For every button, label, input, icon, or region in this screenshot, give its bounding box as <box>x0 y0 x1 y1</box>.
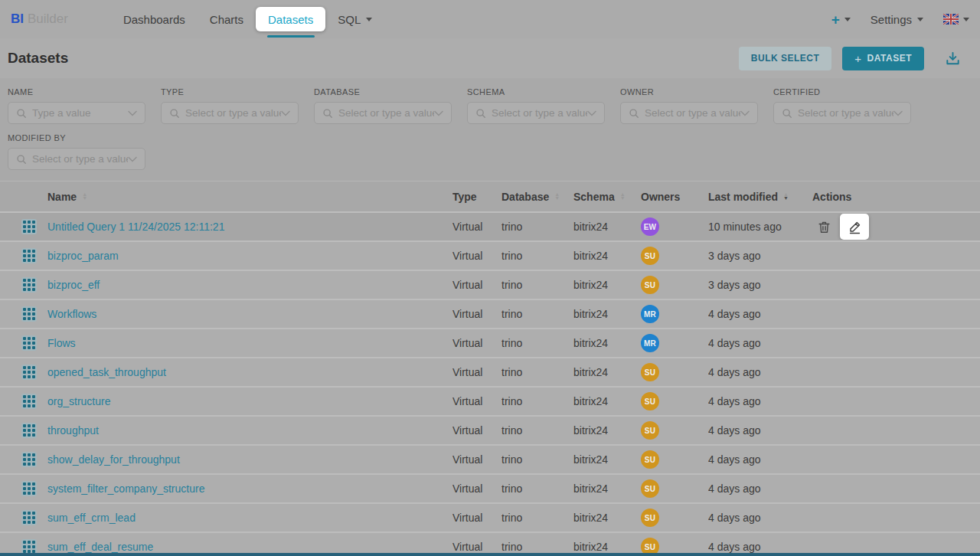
filter-control[interactable]: Select or type a value <box>314 102 452 124</box>
table-row[interactable]: throughput Virtual trino bitrix24 SU 4 d… <box>0 417 980 446</box>
table-row[interactable]: show_delay_for_throughput Virtual trino … <box>0 446 980 475</box>
table-body: Untitled Query 1 11/24/2025 12:11:21 Vir… <box>0 213 980 556</box>
filter-control[interactable]: Select or type a value <box>467 102 605 124</box>
dataset-name-link[interactable]: Untitled Query 1 11/24/2025 12:11:21 <box>47 221 224 233</box>
dataset-name-link[interactable]: sum_eff_deal_resume <box>47 541 153 553</box>
column-header-name[interactable]: Name▲▼ <box>47 191 452 203</box>
dataset-name-link[interactable]: bizproc_eff <box>47 279 100 291</box>
filter-control[interactable]: Type a value <box>8 102 145 124</box>
table-row[interactable]: Workflows Virtual trino bitrix24 MR 4 da… <box>0 300 980 329</box>
owner-avatar[interactable]: SU <box>641 421 659 440</box>
owner-avatar[interactable]: MR <box>641 305 659 323</box>
dataset-name-link[interactable]: Workflows <box>47 308 96 320</box>
import-datasets-button[interactable] <box>944 50 962 67</box>
owner-avatar[interactable]: EW <box>641 217 659 236</box>
table-row[interactable]: sum_eff_crm_lead Virtual trino bitrix24 … <box>0 504 980 533</box>
dataset-grid-icon[interactable] <box>21 394 37 409</box>
database-cell: trino <box>501 541 573 553</box>
owner-avatar[interactable]: SU <box>641 392 659 410</box>
app-logo[interactable]: BI Builder <box>11 11 68 27</box>
column-label: Actions <box>812 191 851 203</box>
table-row[interactable]: system_filter_company_structure Virtual … <box>0 475 980 504</box>
owner-avatar[interactable]: SU <box>641 509 659 527</box>
nav-tab-dashboards[interactable]: Dashboards <box>111 0 198 38</box>
trash-icon <box>817 220 831 234</box>
column-header-actions: Actions <box>812 191 980 203</box>
owner-avatar[interactable]: SU <box>641 450 659 469</box>
nav-tab-label: Datasets <box>268 13 313 26</box>
schema-cell: bitrix24 <box>573 453 641 466</box>
filter-certified: CERTIFIED Select or type a value <box>773 87 911 124</box>
owners-cell: SU <box>641 509 708 527</box>
table-row[interactable]: bizproc_param Virtual trino bitrix24 SU … <box>0 242 980 271</box>
owners-cell: EW <box>641 217 708 236</box>
column-header-modified[interactable]: Last modified▲▼ <box>708 191 812 203</box>
column-header-schema[interactable]: Schema▲▼ <box>573 191 641 203</box>
language-dropdown[interactable] <box>943 14 969 25</box>
table-row[interactable]: Untitled Query 1 11/24/2025 12:11:21 Vir… <box>0 213 980 242</box>
dataset-grid-icon[interactable] <box>21 510 37 525</box>
settings-dropdown[interactable]: Settings <box>871 13 923 26</box>
dataset-grid-icon[interactable] <box>21 277 37 293</box>
dataset-name-link[interactable]: throughput <box>47 424 99 437</box>
owner-avatar[interactable]: SU <box>641 247 659 265</box>
search-icon <box>629 108 639 119</box>
filter-placeholder: Select or type a value <box>798 107 893 119</box>
database-cell: trino <box>501 308 573 320</box>
dataset-type-cell <box>0 423 47 438</box>
bulk-select-button[interactable]: BULK SELECT <box>739 47 832 70</box>
dataset-name-link[interactable]: system_filter_company_structure <box>47 482 204 495</box>
dataset-name-link[interactable]: opened_task_throughput <box>47 366 166 378</box>
dataset-grid-icon[interactable] <box>21 539 37 554</box>
dataset-type-cell <box>0 306 47 322</box>
table-row[interactable]: opened_task_throughput Virtual trino bit… <box>0 358 980 388</box>
dataset-name-link[interactable]: Flows <box>47 337 76 349</box>
delete-dataset-button[interactable] <box>812 215 835 238</box>
schema-cell: bitrix24 <box>573 482 641 495</box>
nav-tab-charts[interactable]: Charts <box>198 0 256 38</box>
dataset-name-link[interactable]: org_structure <box>47 395 110 407</box>
dataset-grid-icon[interactable] <box>21 335 37 351</box>
filter-label: DATABASE <box>314 87 452 96</box>
filter-control[interactable]: Select or type a value <box>620 102 758 124</box>
dataset-grid-icon[interactable] <box>21 365 37 380</box>
dataset-name-link[interactable]: show_delay_for_throughput <box>47 453 180 466</box>
dataset-grid-icon[interactable] <box>21 306 37 322</box>
table-row[interactable]: Flows Virtual trino bitrix24 MR 4 days a… <box>0 329 980 358</box>
filter-control[interactable]: Select or type a value <box>8 148 145 170</box>
dataset-type-cell <box>0 277 47 293</box>
type-cell: Virtual <box>452 308 501 320</box>
page-title: Datasets <box>8 50 68 67</box>
new-item-dropdown[interactable]: + <box>831 12 851 27</box>
dataset-grid-icon[interactable] <box>21 423 37 438</box>
owner-avatar[interactable]: SU <box>641 363 659 381</box>
dataset-grid-icon[interactable] <box>21 481 37 496</box>
owner-avatar[interactable]: MR <box>641 334 659 352</box>
column-label: Schema <box>573 191 615 203</box>
nav-tab-sql[interactable]: SQL <box>325 0 384 38</box>
owner-avatar[interactable]: SU <box>641 479 659 498</box>
last-modified-cell: 4 days ago <box>708 453 812 466</box>
column-header-type: Type <box>452 191 501 203</box>
dataset-grid-icon[interactable] <box>21 219 37 234</box>
owner-avatar[interactable]: SU <box>641 276 659 294</box>
filter-control[interactable]: Select or type a value <box>773 102 911 124</box>
add-dataset-button[interactable]: + DATASET <box>842 47 924 70</box>
column-header-database[interactable]: Database▲▼ <box>501 191 573 203</box>
edit-dataset-button[interactable] <box>840 214 869 240</box>
search-icon <box>16 108 27 119</box>
dataset-name-link[interactable]: bizproc_param <box>47 250 119 262</box>
nav-tab-datasets[interactable]: Datasets <box>256 0 325 38</box>
database-cell: trino <box>501 512 573 524</box>
database-cell: trino <box>501 337 573 349</box>
dataset-grid-icon[interactable] <box>21 248 37 263</box>
table-row[interactable]: bizproc_eff Virtual trino bitrix24 SU 3 … <box>0 271 980 300</box>
last-modified-cell: 4 days ago <box>708 512 812 524</box>
dataset-name-link[interactable]: sum_eff_crm_lead <box>47 512 136 524</box>
chevron-down-icon <box>844 18 851 21</box>
dataset-grid-icon[interactable] <box>21 452 37 467</box>
type-cell: Virtual <box>452 541 501 553</box>
filter-control[interactable]: Select or type a value <box>161 102 299 124</box>
filter-placeholder: Select or type a value <box>185 107 281 119</box>
table-row[interactable]: org_structure Virtual trino bitrix24 SU … <box>0 388 980 417</box>
